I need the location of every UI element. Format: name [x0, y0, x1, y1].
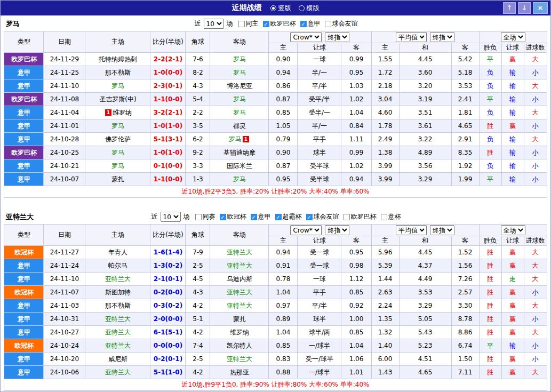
goals-over-under-result: 小 — [524, 173, 547, 186]
home-team-name: 亚特兰大 — [105, 342, 131, 349]
match-date: 24-11-01 — [44, 119, 85, 133]
filter-checkbox[interactable]: ✓欧罗巴杯 — [263, 19, 296, 28]
euro-draw-odds: 3.22 — [399, 133, 451, 146]
handicap-line: 球半 — [298, 313, 341, 326]
goals-over-under-result: 小 — [524, 353, 547, 366]
filter-checkbox[interactable]: ✓球会友谊 — [306, 212, 339, 221]
match-row: 意甲24-10-07蒙扎1-1(0-0)1-3罗马0.95受半球0.943.99… — [4, 173, 547, 186]
euro-draw-odds: 5.43 — [399, 326, 451, 339]
checkbox-unchecked-icon[interactable] — [325, 21, 331, 27]
home-team-cell: 圣吉罗斯(中) — [85, 93, 150, 106]
handicap-home-odds: 0.90 — [269, 146, 298, 159]
league-badge: 欧冠杯 — [4, 286, 44, 299]
checkbox-checked-icon[interactable]: ✓ — [275, 214, 282, 220]
full-match-select[interactable]: 全场 — [501, 225, 525, 235]
handicap-line: 一球 — [298, 53, 341, 66]
handicap-result: 输 — [501, 79, 524, 93]
checkbox-unchecked-icon[interactable] — [195, 214, 202, 220]
match-date: 24-10-21 — [44, 159, 85, 173]
handicap-home-odds: 0.90 — [269, 53, 298, 66]
filter-checkbox[interactable]: 同赛 — [195, 212, 215, 221]
close-icon[interactable]: × — [533, 2, 548, 14]
filter-checkbox[interactable]: ✓超霸杯 — [275, 212, 302, 221]
euro-home-odds: 2.18 — [371, 79, 399, 93]
bookmaker-select[interactable]: Crow* — [290, 225, 322, 235]
handicap-home-odds: 0.94 — [269, 66, 298, 79]
handicap-result: 输 — [501, 106, 524, 119]
radio-button-icon[interactable] — [270, 5, 276, 11]
full-match-select[interactable]: 全场 — [501, 32, 525, 42]
home-team-cell: 那不勒斯 — [85, 299, 150, 313]
europe-final-index-select[interactable]: 终指 — [430, 225, 454, 235]
handicap-home-odds: 1.04 — [269, 326, 298, 339]
column-header: 角球 — [186, 225, 210, 246]
win-draw-loss-result: 胜 — [479, 146, 501, 159]
filter-checkbox[interactable]: ✓意甲 — [300, 19, 321, 28]
bookmaker-select[interactable]: Crow* — [290, 32, 322, 42]
checkbox-checked-icon[interactable]: ✓ — [306, 214, 313, 220]
handicap-home-odds: 0.83 — [269, 353, 298, 366]
handicap-final-index-select[interactable]: 终指 — [325, 225, 349, 235]
europe-final-index-select[interactable]: 终指 — [430, 32, 454, 42]
corner-score: 5-1 — [186, 313, 210, 326]
euro-draw-odds: 3.61 — [399, 119, 451, 133]
move-up-icon[interactable]: ↑ — [503, 2, 516, 14]
sub-column-header: 让球 — [298, 43, 341, 53]
checkbox-checked-icon[interactable]: ✓ — [251, 214, 257, 220]
checkbox-checked-icon[interactable]: ✓ — [220, 214, 226, 220]
home-team-cell: 亚特兰大 — [85, 366, 150, 379]
euro-draw-odds: 4.89 — [399, 146, 451, 159]
checkbox-unchecked-icon[interactable] — [381, 214, 387, 220]
filter-checkbox[interactable]: 欧罗巴杯 — [344, 212, 377, 221]
radio-button-icon[interactable] — [299, 5, 305, 11]
handicap-result: 输 — [501, 339, 524, 353]
handicap-away-odds: 1.12 — [341, 273, 371, 286]
filter-checkbox[interactable]: 同主 — [238, 19, 259, 28]
match-score: 6-1(5-1) — [150, 326, 186, 339]
sub-column-header: 胜负 — [479, 43, 501, 53]
layout-radio-vertical[interactable]: 竖版 — [270, 4, 291, 13]
handicap-away-odds: 0.94 — [341, 173, 371, 186]
handicap-home-odds: 0.97 — [269, 299, 298, 313]
corner-score: 2-5 — [186, 259, 210, 273]
table-footer: 近10场,胜9平1负0, 胜率:90% 让胜率:80% 大率:60% 单率:40… — [4, 379, 547, 391]
handicap-away-odds: 0.85 — [341, 286, 371, 299]
home-team-name: 斯图加特 — [105, 289, 131, 296]
filter-checkbox[interactable]: ✓意甲 — [251, 212, 271, 221]
sub-column-header: 主 — [371, 43, 399, 53]
away-team-cell: 亚特兰大 — [210, 299, 269, 313]
home-team-cell: 罗马 — [85, 79, 150, 93]
match-date: 24-10-28 — [44, 133, 85, 146]
goals-over-under-result: 小 — [524, 339, 547, 353]
filter-checkbox[interactable]: 意杯 — [381, 212, 401, 221]
checkbox-unchecked-icon[interactable] — [344, 214, 350, 220]
recent-count-select[interactable]: 10 — [204, 19, 224, 29]
match-date: 24-10-24 — [44, 339, 85, 353]
checkbox-checked-icon[interactable]: ✓ — [300, 21, 307, 27]
average-odds-select[interactable]: 平均值 — [396, 32, 427, 42]
away-team-cell: 罗马 — [210, 106, 269, 119]
filter-checkbox[interactable]: 球会友谊 — [325, 19, 358, 28]
checkbox-unchecked-icon[interactable] — [238, 21, 245, 27]
euro-draw-odds: 4.49 — [399, 273, 451, 286]
filter-checkbox[interactable]: ✓欧冠杯 — [220, 212, 246, 221]
recent-results-dialog: { "titlebar": { "title": "近期战绩", "layout… — [0, 0, 551, 392]
euro-away-odds: 1.81 — [451, 106, 479, 119]
section-header: 亚特兰大近10场同赛✓欧冠杯✓意甲✓超霸杯✓球会友谊欧罗巴杯意杯 — [1, 210, 550, 224]
match-filters: 近10场同主✓欧罗巴杯✓意甲球会友谊 — [194, 19, 358, 29]
handicap-result: 赢 — [501, 259, 524, 273]
handicap-away-odds: 1.00 — [341, 313, 371, 326]
sub-column-header: 胜负 — [479, 236, 501, 246]
home-team-name: 佛罗伦萨 — [105, 135, 131, 143]
recent-count-select[interactable]: 10 — [161, 212, 181, 222]
match-row: 意甲24-11-01罗马1-0(1-0)3-5都灵1.05半/一0.841.78… — [4, 119, 547, 133]
move-down-icon[interactable]: ↓ — [518, 2, 531, 14]
table-footer: 近10场,胜2平3负5, 胜率:20% 让胜率:20% 大率:40% 单率:60… — [4, 186, 547, 198]
home-team-cell: 罗马 — [85, 159, 150, 173]
average-odds-select[interactable]: 平均值 — [396, 225, 427, 235]
sub-column-header: 客 — [451, 236, 479, 246]
handicap-final-index-select[interactable]: 终指 — [325, 32, 349, 42]
checkbox-checked-icon[interactable]: ✓ — [263, 21, 269, 27]
layout-radio-horizontal[interactable]: 横版 — [299, 4, 320, 13]
home-team-name: 那不勒斯 — [105, 302, 131, 309]
